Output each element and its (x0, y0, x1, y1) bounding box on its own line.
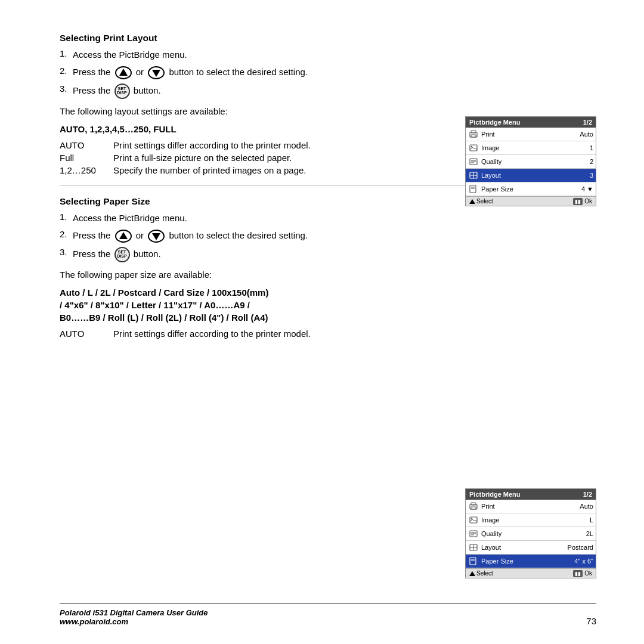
menu1-header: Pictbridge Menu 1/2 (466, 117, 596, 128)
step2-1-num: 1. (60, 212, 73, 222)
set-btn-label-1: SETDISP (117, 86, 126, 95)
menu1-label-print: Print (481, 131, 569, 138)
down-nav-btn[interactable] (147, 66, 165, 80)
print-icon-2 (468, 501, 479, 512)
menu1-label-image: Image (481, 144, 569, 151)
menu2-value-layout: Postcard (568, 544, 593, 551)
menu1-title: Pictbridge Menu (469, 119, 521, 126)
svg-rect-26 (470, 517, 477, 523)
quality-icon-1 (468, 156, 479, 167)
triangle-up-icon-1 (469, 199, 475, 204)
papersize-icon-1 (468, 184, 479, 194)
def-term-auto-1: AUTO (60, 140, 113, 150)
footer-left: Polaroid i531 Digital Camera User Guide … (60, 608, 208, 626)
quality-icon-2 (468, 528, 479, 539)
menu1-value-papersize: 4 ▼ (569, 185, 593, 193)
menu1-label-layout: Layout (481, 172, 569, 179)
print-icon (468, 129, 479, 140)
menu2-ok-text: Ok (584, 570, 592, 577)
menu2-row-layout: Layout Postcard (466, 541, 596, 555)
papersize-icon-2 (468, 556, 479, 566)
def-term-range: 1,2…250 (60, 165, 113, 175)
menu2-header: Pictbridge Menu 1/2 (466, 489, 596, 500)
svg-rect-7 (470, 145, 477, 151)
papersize-intro: The following paper size are available: (60, 268, 596, 282)
layout-icon-2 (468, 542, 479, 553)
up-nav-btn-2[interactable] (114, 229, 132, 243)
menu2-row-print: Print Auto (466, 500, 596, 513)
svg-marker-1 (119, 69, 128, 76)
menu2-row-image: Image L (466, 513, 596, 527)
step2-num: 2. (60, 66, 73, 76)
step2-3-row: 3. Press the SETDISP button. (60, 247, 596, 262)
def-auto-2: AUTO Print settings differ according to … (60, 329, 596, 339)
layout-icon-1 (468, 170, 479, 181)
footer-title: Polaroid i531 Digital Camera User Guide (60, 608, 208, 617)
svg-marker-3 (152, 70, 160, 77)
papersize-values-2: / 4"x6" / 8"x10" / Letter / 11"x17" / A0… (60, 300, 596, 310)
step2-2-row: 2. Press the or button to select the (60, 229, 596, 243)
menu1-value-quality: 2 (569, 158, 593, 165)
step1-row: 1. Access the PictBridge menu. (60, 48, 596, 62)
step2-3-content: Press the SETDISP button. (73, 247, 161, 262)
menu2-value-quality: 2L (569, 530, 593, 537)
section1-title: Selecting Print Layout (60, 33, 596, 44)
step2-1-row: 1. Access the PictBridge menu. (60, 212, 596, 225)
menu1-value-image: 1 (569, 144, 593, 151)
menu2-footer-left: Select (469, 570, 493, 577)
set-btn-2[interactable]: SETDISP (114, 247, 130, 262)
step2-row: 2. Press the or button to select the (60, 66, 596, 80)
menu1-row-image: Image 1 (466, 141, 596, 155)
menu2-label-print: Print (481, 503, 569, 510)
def-desc-auto-2: Print settings differ according to the p… (113, 329, 596, 339)
up-nav-btn[interactable] (114, 66, 132, 80)
set-btn-1[interactable]: SETDISP (114, 83, 130, 99)
menu1-ok-badge: ▮▮ (573, 198, 583, 205)
menu2-row-quality: Quality 2L (466, 527, 596, 541)
menu2-title: Pictbridge Menu (469, 491, 521, 498)
menu1-ok-text: Ok (584, 198, 592, 205)
menu2-ok-badge: ▮▮ (573, 570, 583, 577)
menu1-row-print: Print Auto (466, 128, 596, 141)
menu1-value-print: Auto (569, 131, 593, 138)
page: Selecting Print Layout 1. Access the Pic… (0, 0, 644, 644)
svg-rect-16 (470, 185, 476, 193)
step3-num: 3. (60, 83, 73, 94)
menu2-label-layout: Layout (481, 544, 568, 551)
footer-website: www.polaroid.com (60, 617, 208, 626)
step2-content: Press the or button to select the desire… (73, 66, 308, 80)
menu1-page: 1/2 (583, 119, 592, 126)
step2-3-num: 3. (60, 247, 73, 257)
image-icon-1 (468, 143, 479, 153)
menu2-value-print: Auto (569, 503, 593, 510)
step1-num: 1. (60, 48, 73, 58)
menu2-row-papersize: Paper Size 4" x 6" (466, 555, 596, 568)
menu2-value-papersize: 4" x 6" (569, 558, 593, 565)
step3-row: 3. Press the SETDISP button. (60, 83, 596, 99)
menu1-ok-label: ▮▮ Ok (573, 198, 592, 205)
menu2-label-papersize: Paper Size (481, 558, 569, 565)
step3-content: Press the SETDISP button. (73, 83, 161, 99)
menu2-box: Pictbridge Menu 1/2 Print Auto Image L Q… (465, 488, 596, 578)
svg-rect-6 (471, 135, 476, 137)
step2-1-text: Access the PictBridge menu. (73, 212, 187, 225)
menu2-value-image: L (569, 516, 593, 524)
menu2-footer: Select ▮▮ Ok (466, 568, 596, 578)
svg-rect-35 (470, 558, 476, 565)
papersize-values-1: Auto / L / 2L / Postcard / Card Size / 1… (60, 287, 596, 298)
step2-2-content: Press the or button to select the desire… (73, 229, 308, 243)
step2-2-num: 2. (60, 229, 73, 239)
menu1-value-layout: 3 (569, 172, 593, 179)
papersize-values-3: B0……B9 / Roll (L) / Roll (2L) / Roll (4"… (60, 312, 596, 323)
triangle-up-icon-2 (469, 571, 475, 576)
menu2-label-quality: Quality (481, 530, 569, 537)
menu1-label-papersize: Paper Size (481, 185, 569, 193)
page-number: 73 (586, 616, 596, 626)
menu2-ok-label: ▮▮ Ok (573, 570, 592, 577)
menu2-page: 1/2 (583, 491, 592, 498)
menu1-label-quality: Quality (481, 158, 569, 165)
down-nav-btn-2[interactable] (147, 229, 165, 243)
svg-marker-20 (119, 232, 128, 239)
footer: Polaroid i531 Digital Camera User Guide … (60, 603, 596, 626)
menu1-footer: Select ▮▮ Ok (466, 196, 596, 206)
